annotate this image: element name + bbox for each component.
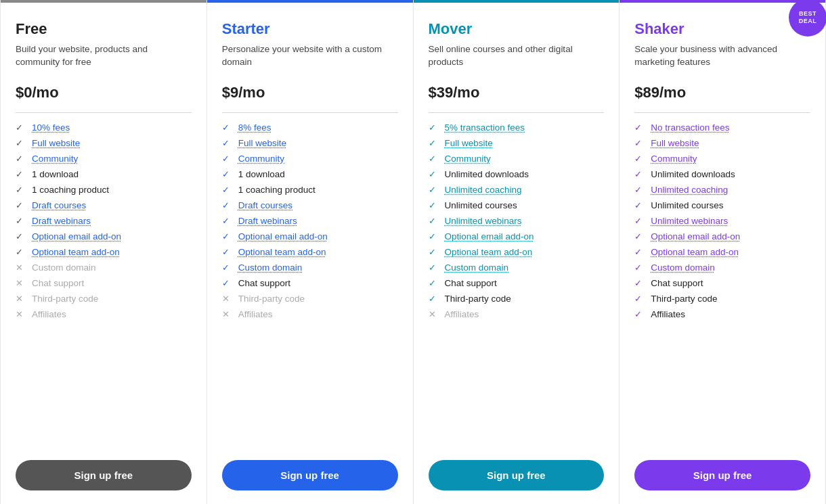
check-icon: ✓ — [634, 309, 645, 319]
check-icon: ✓ — [16, 169, 26, 179]
list-item: ✓Unlimited coaching — [429, 185, 605, 195]
list-item: ✕Affiliates — [429, 309, 605, 319]
list-item: ✓Custom domain — [634, 262, 810, 273]
feature-text: Unlimited downloads — [445, 169, 529, 179]
feature-list: ✓5% transaction fees✓Full website✓Commun… — [429, 122, 605, 448]
feature-text: Community — [445, 154, 491, 164]
list-item: ✕Third-party code — [16, 294, 192, 304]
feature-text: Draft courses — [238, 200, 292, 210]
list-item: ✓Optional team add-on — [222, 247, 398, 257]
feature-list: ✓10% fees✓Full website✓Community✓1 downl… — [16, 122, 192, 448]
check-icon: ✓ — [16, 138, 26, 148]
check-icon: ✓ — [429, 216, 439, 226]
plan-top-border — [620, 0, 825, 3]
plan-name: Shaker — [634, 20, 810, 38]
feature-text: 10% fees — [32, 122, 70, 133]
feature-list: ✓8% fees✓Full website✓Community✓1 downlo… — [222, 122, 398, 448]
plan-col-shaker: BESTDEALShakerScale your business with a… — [620, 0, 826, 504]
check-icon: ✓ — [634, 169, 645, 179]
plan-description: Build your website, products and communi… — [16, 43, 192, 76]
check-icon: ✓ — [634, 231, 645, 242]
list-item: ✓Full website — [16, 138, 192, 148]
check-icon: ✓ — [634, 122, 645, 133]
check-icon: ✓ — [634, 216, 645, 226]
list-item: ✓Optional email add-on — [16, 231, 192, 242]
list-item: ✓No transaction fees — [634, 122, 810, 133]
feature-text: Third-party code — [32, 294, 98, 304]
check-icon: ✓ — [429, 122, 439, 133]
check-icon: ✓ — [429, 294, 439, 304]
check-icon: ✓ — [222, 185, 233, 195]
feature-text: Full website — [445, 138, 493, 148]
signup-button-starter[interactable]: Sign up free — [222, 460, 398, 490]
list-item: ✓Optional email add-on — [634, 231, 810, 242]
list-item: ✓5% transaction fees — [429, 122, 605, 133]
feature-text: Community — [32, 154, 78, 164]
feature-text: Custom domain — [651, 262, 715, 273]
list-item: ✓8% fees — [222, 122, 398, 133]
check-icon: ✓ — [429, 200, 439, 210]
signup-button-mover[interactable]: Sign up free — [429, 460, 605, 490]
feature-text: 1 coaching product — [238, 185, 316, 195]
feature-text: 8% fees — [238, 122, 271, 133]
plan-col-mover: MoverSell online courses and other digit… — [414, 0, 620, 504]
check-icon: ✓ — [222, 138, 233, 148]
list-item: ✓Optional team add-on — [429, 247, 605, 257]
check-icon: ✓ — [429, 154, 439, 164]
feature-text: 5% transaction fees — [445, 122, 525, 133]
feature-text: Unlimited coaching — [445, 185, 522, 195]
feature-text: Optional team add-on — [238, 247, 326, 257]
signup-button-shaker[interactable]: Sign up free — [634, 460, 810, 490]
list-item: ✓Draft courses — [16, 200, 192, 210]
plan-description: Sell online courses and other digital pr… — [429, 43, 605, 76]
feature-text: Full website — [238, 138, 286, 148]
feature-text: Custom domain — [32, 262, 96, 273]
check-icon: ✓ — [16, 185, 26, 195]
feature-text: Chat support — [238, 278, 290, 288]
check-icon: ✓ — [634, 154, 645, 164]
check-icon: ✓ — [16, 231, 26, 242]
check-icon: ✓ — [634, 185, 645, 195]
list-item: ✓Community — [222, 154, 398, 164]
check-icon: ✓ — [634, 247, 645, 257]
feature-text: Optional email add-on — [32, 231, 121, 242]
check-icon: ✓ — [16, 154, 26, 164]
check-icon: ✓ — [222, 231, 233, 242]
list-item: ✓Full website — [634, 138, 810, 148]
list-item: ✓Custom domain — [429, 262, 605, 273]
feature-text: 1 coaching product — [32, 185, 109, 195]
feature-text: Unlimited courses — [445, 200, 517, 210]
list-item: ✕Affiliates — [222, 309, 398, 319]
best-deal-text: BESTDEAL — [799, 10, 817, 25]
list-item: ✓Unlimited webinars — [634, 216, 810, 226]
feature-text: Optional team add-on — [32, 247, 120, 257]
check-icon: ✓ — [634, 200, 645, 210]
signup-button-free[interactable]: Sign up free — [16, 460, 192, 490]
feature-text: Third-party code — [238, 294, 305, 304]
list-item: ✓Chat support — [429, 278, 605, 288]
check-icon: ✓ — [222, 216, 233, 226]
list-item: ✓Community — [634, 154, 810, 164]
check-icon: ✓ — [634, 138, 645, 148]
plan-name: Mover — [429, 20, 605, 38]
feature-text: Chat support — [445, 278, 497, 288]
feature-list: ✓No transaction fees✓Full website✓Commun… — [634, 122, 810, 448]
list-item: ✓Chat support — [634, 278, 810, 288]
check-icon: ✓ — [16, 200, 26, 210]
plan-top-border — [414, 0, 620, 3]
plan-name: Starter — [222, 20, 398, 38]
feature-text: Community — [651, 154, 697, 164]
feature-text: Custom domain — [445, 262, 509, 273]
check-icon: ✓ — [634, 262, 645, 273]
list-item: ✓Unlimited webinars — [429, 216, 605, 226]
list-item: ✓Unlimited courses — [634, 200, 810, 210]
plan-top-border — [1, 0, 206, 3]
check-icon: ✓ — [222, 247, 233, 257]
check-icon: ✓ — [16, 122, 26, 133]
check-icon: ✓ — [16, 247, 26, 257]
feature-text: Draft courses — [32, 200, 86, 210]
check-icon: ✓ — [429, 185, 439, 195]
list-item: ✕Affiliates — [16, 309, 192, 319]
feature-text: Optional email add-on — [445, 231, 534, 242]
cross-icon: ✕ — [222, 294, 233, 304]
